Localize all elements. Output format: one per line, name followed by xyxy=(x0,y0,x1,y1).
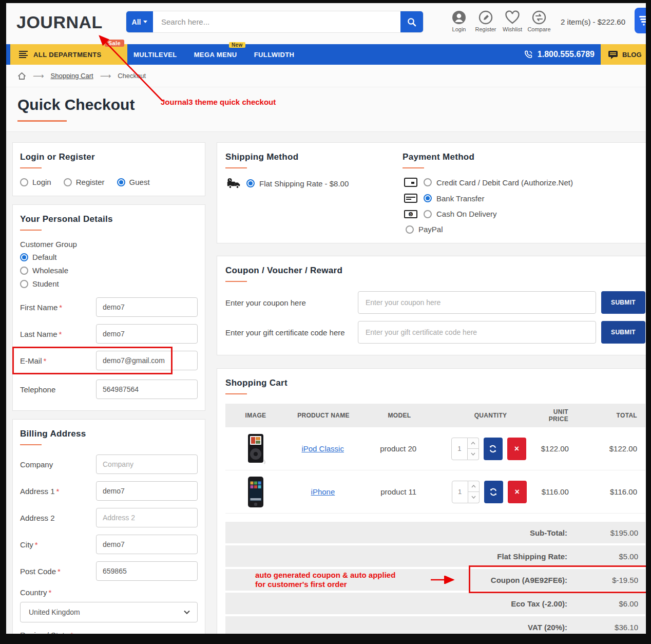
breadcrumb-shopping-cart[interactable]: Shopping Cart xyxy=(51,72,93,80)
ipod-quantity-input[interactable] xyxy=(451,438,468,460)
billing-address-panel: Billing Address Company Address 1* Addre… xyxy=(12,419,205,634)
right-column: Shipping Method Flat Shipping Rate - $8.… xyxy=(217,142,646,634)
ipod-remove-button[interactable]: × xyxy=(507,438,526,460)
nav-mega-menu-label: MEGA MENU xyxy=(194,51,237,59)
cart-icon xyxy=(638,14,646,27)
bank-transfer-radio[interactable] xyxy=(424,194,432,202)
first-name-field[interactable] xyxy=(96,297,198,317)
address2-field[interactable] xyxy=(96,508,198,527)
phone-link[interactable]: 1.800.555.6789 xyxy=(524,44,595,65)
wholesale-radio[interactable] xyxy=(20,267,28,275)
login-link[interactable]: Login xyxy=(447,9,471,32)
shipping-method-section: Shipping Method Flat Shipping Rate - $8.… xyxy=(225,152,403,234)
vat-row: VAT (20%): $36.10 xyxy=(225,616,645,634)
nav-multilevel[interactable]: MULTILEVEL xyxy=(133,51,177,59)
nav-mega-menu[interactable]: MEGA MENU New xyxy=(194,51,237,59)
all-departments-button[interactable]: ALL DEPARTMENTS Sale xyxy=(10,44,127,65)
journal-logo[interactable]: JOURNAL xyxy=(16,12,103,32)
refresh-icon xyxy=(489,445,497,453)
register-option[interactable]: Register xyxy=(64,178,105,186)
quantity-down-button[interactable] xyxy=(468,449,479,460)
gift-certificate-submit-button[interactable]: SUBMIT xyxy=(601,321,645,344)
coupon-input[interactable] xyxy=(358,291,596,314)
customer-group-default[interactable]: Default xyxy=(20,253,198,261)
header-model: MODEL xyxy=(361,412,438,419)
annotation-coupon-note: auto generated coupon & auto applied for… xyxy=(255,571,395,589)
company-field[interactable] xyxy=(96,454,198,474)
ipod-product-image[interactable] xyxy=(244,433,267,465)
iphone-remove-button[interactable]: × xyxy=(508,481,527,503)
search-input[interactable] xyxy=(153,11,400,32)
last-name-field[interactable] xyxy=(96,324,198,344)
ipod-update-button[interactable] xyxy=(484,438,503,460)
coupon-submit-button[interactable]: SUBMIT xyxy=(601,291,645,314)
cash-on-delivery-option[interactable]: 0 Cash On Delivery xyxy=(403,210,645,218)
iphone-total: $116.00 xyxy=(569,487,645,496)
iphone-product-image[interactable] xyxy=(246,476,265,508)
ipod-product-link[interactable]: iPod Classic xyxy=(301,444,344,453)
country-select[interactable]: United Kingdom xyxy=(20,602,198,622)
telephone-field[interactable] xyxy=(96,380,198,399)
quantity-up-button[interactable] xyxy=(468,438,479,449)
register-option-label: Register xyxy=(76,178,105,186)
cart-summary[interactable]: 2 item(s) - $222.60 xyxy=(561,17,625,26)
flat-shipping-radio[interactable] xyxy=(246,179,255,187)
gift-certificate-input[interactable] xyxy=(358,321,596,344)
breadcrumb-arrow-icon: ⟶ xyxy=(33,71,44,81)
quantity-down-button[interactable] xyxy=(468,492,480,503)
blog-link[interactable]: BLOG xyxy=(601,44,646,65)
ipod-total: $122.00 xyxy=(569,444,645,453)
required-mark: * xyxy=(44,356,47,365)
city-field[interactable] xyxy=(96,535,198,554)
coupon-note-line1: auto generated coupon & auto applied xyxy=(255,571,395,580)
ecotax-row: Eco Tax (-2.00): $6.00 xyxy=(225,593,645,614)
iphone-unit-price: $116.00 xyxy=(542,487,569,496)
register-link[interactable]: Register xyxy=(473,9,498,32)
default-radio[interactable] xyxy=(20,253,28,261)
flat-shipping-option[interactable]: Flat Shipping Rate - $8.00 xyxy=(225,178,403,189)
subtotal-label: Sub-Total: xyxy=(530,528,567,537)
title-section: Quick Checkout xyxy=(6,87,646,132)
address2-row: Address 2 xyxy=(20,508,198,527)
student-radio[interactable] xyxy=(20,280,28,288)
blog-label: BLOG xyxy=(622,51,642,59)
login-radio[interactable] xyxy=(20,178,28,186)
blog-chat-icon xyxy=(608,50,618,59)
email-label: E-Mail xyxy=(20,356,42,365)
credit-card-radio[interactable] xyxy=(424,178,432,186)
cart-button[interactable] xyxy=(635,8,646,33)
nav-links: MULTILEVEL MEGA MENU New FULLWIDTH xyxy=(133,44,294,65)
register-radio[interactable] xyxy=(64,178,72,186)
customer-group-student[interactable]: Student xyxy=(20,279,198,288)
search-button[interactable] xyxy=(400,11,423,32)
iphone-quantity-input[interactable] xyxy=(452,481,468,503)
iphone-product-link[interactable]: iPhone xyxy=(311,487,335,496)
cash-on-delivery-radio[interactable] xyxy=(424,210,432,218)
iphone-quantity-box xyxy=(452,481,480,503)
shopping-cart-title: Shopping Cart xyxy=(225,378,645,388)
wishlist-link[interactable]: Wishlist xyxy=(500,9,525,32)
nav-fullwidth[interactable]: FULLWIDTH xyxy=(254,51,295,59)
credit-card-option[interactable]: Credit Card / Debit Card (Authorize.Net) xyxy=(403,178,645,187)
refresh-icon xyxy=(489,488,497,496)
paypal-option[interactable]: PayPal xyxy=(406,225,645,234)
iphone-update-button[interactable] xyxy=(484,481,503,503)
vat-label: VAT (20%): xyxy=(528,623,567,632)
compare-link[interactable]: Compare xyxy=(527,9,551,32)
quantity-up-button[interactable] xyxy=(468,481,480,493)
telephone-label: Telephone xyxy=(20,385,55,394)
customer-group-wholesale[interactable]: Wholesale xyxy=(20,266,198,275)
login-option[interactable]: Login xyxy=(20,178,51,186)
bank-transfer-option[interactable]: Bank Transfer xyxy=(403,194,645,203)
guest-radio[interactable] xyxy=(117,178,125,186)
search-category-dropdown[interactable]: All xyxy=(126,11,153,32)
customer-group-label: Customer Group xyxy=(20,240,198,249)
guest-option[interactable]: Guest xyxy=(117,178,150,186)
email-field[interactable] xyxy=(96,351,198,370)
iphone-quantity-spinner xyxy=(468,481,480,503)
home-icon[interactable] xyxy=(17,72,26,80)
address1-field[interactable] xyxy=(96,481,198,501)
paypal-radio[interactable] xyxy=(406,225,414,234)
postcode-field[interactable] xyxy=(96,561,198,581)
required-mark: * xyxy=(58,567,61,576)
